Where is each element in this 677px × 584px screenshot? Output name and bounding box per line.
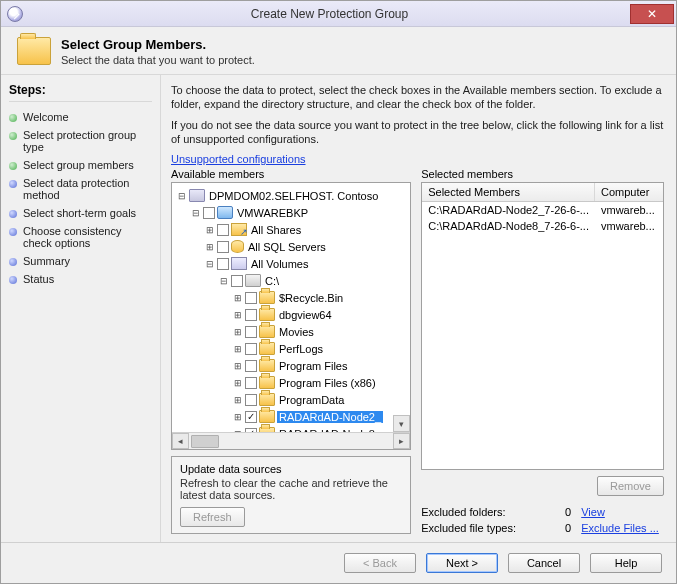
scrollbar-track[interactable] xyxy=(189,433,393,449)
tree-checkbox[interactable] xyxy=(217,224,229,236)
tree-label: All Volumes xyxy=(249,258,310,270)
wizard-header: Select Group Members. Select the data th… xyxy=(1,27,676,75)
tree-vm[interactable]: ⊟VMWAREBKP xyxy=(174,204,408,221)
tree-drive[interactable]: ⊟C:\ xyxy=(174,272,408,289)
remove-button[interactable]: Remove xyxy=(597,476,664,496)
expand-icon[interactable]: ⊞ xyxy=(232,326,243,337)
horizontal-scrollbar[interactable]: ◂ ▸ xyxy=(172,432,410,449)
list-item[interactable]: C:\RADARdAD-Node8_7-26-6-...vmwareb... xyxy=(422,218,663,234)
unsupported-configs-link[interactable]: Unsupported configurations xyxy=(171,153,306,165)
expand-icon[interactable]: ⊞ xyxy=(232,377,243,388)
tree-volumes[interactable]: ⊟All Volumes xyxy=(174,255,408,272)
tree-checkbox[interactable] xyxy=(245,377,257,389)
tree-checkbox[interactable] xyxy=(245,326,257,338)
tree-folder[interactable]: ⊞ProgramData xyxy=(174,391,408,408)
tree-checkbox[interactable] xyxy=(245,360,257,372)
tree-shares[interactable]: ⊞All Shares xyxy=(174,221,408,238)
step-done-icon xyxy=(9,132,17,140)
selected-members-pane: Selected members Selected Members Comput… xyxy=(421,168,664,534)
collapse-icon[interactable]: ⊟ xyxy=(190,207,201,218)
app-icon xyxy=(7,6,23,22)
tree-checkbox[interactable] xyxy=(217,241,229,253)
excluded-folders-count: 0 xyxy=(541,506,581,518)
tree-folder[interactable]: ⊞RADARdAD-Node8_ xyxy=(174,425,408,432)
tree-scroll[interactable]: ⊟DPMDOM02.SELFHOST. Contoso⊟VMWAREBKP⊞Al… xyxy=(172,183,410,432)
vm-icon xyxy=(217,206,233,219)
expand-icon[interactable]: ⊞ xyxy=(232,428,243,432)
tree-folder[interactable]: ⊞PerfLogs xyxy=(174,340,408,357)
tree-folder[interactable]: ⊞$Recycle.Bin xyxy=(174,289,408,306)
tree-folder[interactable]: ⊞Program Files (x86) xyxy=(174,374,408,391)
tree-folder[interactable]: ⊞RADARdAD-Node2_ xyxy=(174,408,408,425)
expand-icon[interactable]: ⊞ xyxy=(232,411,243,422)
step-item[interactable]: Select short-term goals xyxy=(9,204,152,222)
step-done-icon xyxy=(9,162,17,170)
selected-rows[interactable]: C:\RADARdAD-Node2_7-26-6-...vmwareb...C:… xyxy=(422,202,663,469)
tree-checkbox[interactable] xyxy=(245,428,257,432)
tree-folder[interactable]: ⊞dbgview64 xyxy=(174,306,408,323)
tree-label: All Shares xyxy=(249,224,303,236)
view-excluded-folders-link[interactable]: View xyxy=(581,506,605,518)
tree-checkbox[interactable] xyxy=(231,275,243,287)
collapse-icon[interactable]: ⊟ xyxy=(218,275,229,286)
step-item[interactable]: Status xyxy=(9,270,152,288)
vol-icon xyxy=(231,257,247,270)
step-label: Select group members xyxy=(23,159,134,171)
expand-icon[interactable]: ⊞ xyxy=(232,343,243,354)
expand-icon[interactable]: ⊞ xyxy=(204,224,215,235)
expand-icon[interactable]: ⊞ xyxy=(232,394,243,405)
tree-checkbox[interactable] xyxy=(245,411,257,423)
tree-checkbox[interactable] xyxy=(245,309,257,321)
step-label: Status xyxy=(23,273,54,285)
step-item[interactable]: Summary xyxy=(9,252,152,270)
list-item[interactable]: C:\RADARdAD-Node2_7-26-6-...vmwareb... xyxy=(422,202,663,218)
expand-icon[interactable]: ⊞ xyxy=(232,309,243,320)
tree-checkbox[interactable] xyxy=(245,394,257,406)
tree-checkbox[interactable] xyxy=(245,343,257,355)
next-button[interactable]: Next > xyxy=(426,553,498,573)
scroll-right-icon[interactable]: ▸ xyxy=(393,433,410,449)
list-header: Selected Members Computer xyxy=(422,183,663,202)
scroll-down-icon[interactable]: ▾ xyxy=(393,415,410,432)
tree-folder[interactable]: ⊞Program Files xyxy=(174,357,408,374)
step-item[interactable]: Select data protection method xyxy=(9,174,152,204)
expand-icon[interactable]: ⊞ xyxy=(204,241,215,252)
step-item[interactable]: Select group members xyxy=(9,156,152,174)
col-computer[interactable]: Computer xyxy=(595,183,663,201)
folder-icon xyxy=(259,359,275,372)
tree-checkbox[interactable] xyxy=(245,292,257,304)
step-item[interactable]: Welcome xyxy=(9,108,152,126)
tree-checkbox[interactable] xyxy=(203,207,215,219)
folder-icon xyxy=(259,410,275,423)
expand-icon[interactable]: ⊞ xyxy=(232,360,243,371)
exclude-files-link[interactable]: Exclude Files ... xyxy=(581,522,659,534)
tree-sql[interactable]: ⊞All SQL Servers xyxy=(174,238,408,255)
tree-box: ⊟DPMDOM02.SELFHOST. Contoso⊟VMWAREBKP⊞Al… xyxy=(171,182,411,450)
close-icon: ✕ xyxy=(647,7,657,21)
db-icon xyxy=(231,240,244,253)
step-item[interactable]: Select protection group type xyxy=(9,126,152,156)
tree-root[interactable]: ⊟DPMDOM02.SELFHOST. Contoso xyxy=(174,187,408,204)
steps-sidebar: Steps: WelcomeSelect protection group ty… xyxy=(1,75,161,542)
collapse-icon[interactable]: ⊟ xyxy=(176,190,187,201)
scrollbar-thumb[interactable] xyxy=(191,435,219,448)
close-button[interactable]: ✕ xyxy=(630,4,674,24)
tree-label: VMWAREBKP xyxy=(235,207,310,219)
tree-checkbox[interactable] xyxy=(217,258,229,270)
cell-member: C:\RADARdAD-Node2_7-26-6-... xyxy=(422,202,595,218)
col-selected-members[interactable]: Selected Members xyxy=(422,183,595,201)
tree-label: All SQL Servers xyxy=(246,241,328,253)
tree-folder[interactable]: ⊞Movies xyxy=(174,323,408,340)
tree-label: Program Files xyxy=(277,360,349,372)
expand-icon[interactable]: ⊞ xyxy=(232,292,243,303)
share-icon xyxy=(231,223,247,236)
refresh-button[interactable]: Refresh xyxy=(180,507,245,527)
scroll-left-icon[interactable]: ◂ xyxy=(172,433,189,449)
back-button[interactable]: < Back xyxy=(344,553,416,573)
help-button[interactable]: Help xyxy=(590,553,662,573)
cancel-button[interactable]: Cancel xyxy=(508,553,580,573)
step-item[interactable]: Choose consistency check options xyxy=(9,222,152,252)
tree-label: Movies xyxy=(277,326,316,338)
folder-icon xyxy=(259,291,275,304)
collapse-icon[interactable]: ⊟ xyxy=(204,258,215,269)
